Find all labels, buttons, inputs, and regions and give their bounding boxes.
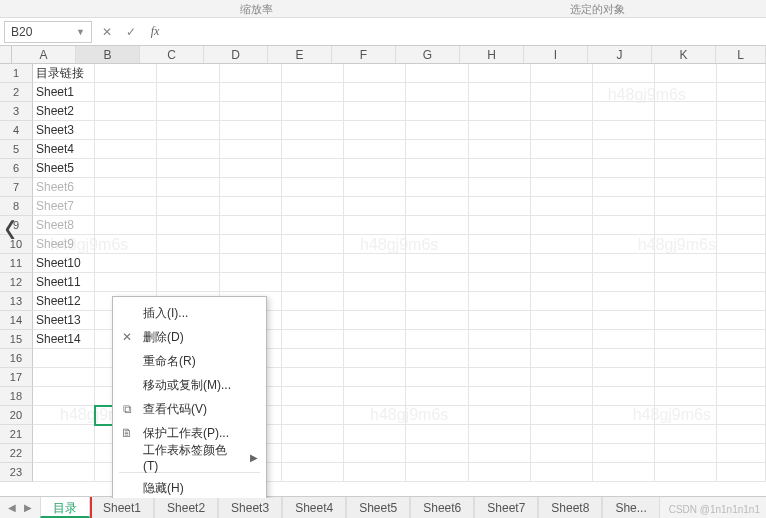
cell[interactable] [655,311,717,330]
sheet-tab[interactable]: Sheet3 [218,497,282,518]
cell[interactable] [469,178,531,197]
cell[interactable] [531,311,593,330]
cell[interactable] [95,235,157,254]
cell[interactable] [717,292,766,311]
row-header[interactable]: 18 [0,387,33,406]
cell[interactable] [655,254,717,273]
cell[interactable] [717,311,766,330]
cell[interactable] [344,387,406,406]
column-header[interactable]: K [652,46,716,63]
cell[interactable] [531,425,593,444]
cell[interactable]: Sheet14 [33,330,95,349]
cell[interactable] [593,273,655,292]
cell[interactable] [593,178,655,197]
cell[interactable] [593,444,655,463]
menu-move-copy[interactable]: 移动或复制(M)... [113,373,266,397]
cell[interactable] [655,273,717,292]
cell[interactable] [282,387,344,406]
cell[interactable] [282,311,344,330]
cell[interactable] [531,444,593,463]
cell[interactable] [717,444,766,463]
cell[interactable] [469,83,531,102]
column-header[interactable]: I [524,46,588,63]
cell[interactable] [469,235,531,254]
sheet-tab[interactable]: Sheet8 [538,497,602,518]
cell[interactable] [406,254,468,273]
cell[interactable] [593,463,655,482]
cell[interactable] [655,140,717,159]
cell[interactable] [531,330,593,349]
cell[interactable] [717,254,766,273]
cell[interactable] [593,330,655,349]
cell[interactable] [220,159,282,178]
row-header[interactable]: 17 [0,368,33,387]
cell[interactable] [717,349,766,368]
cell[interactable] [531,197,593,216]
cell[interactable] [531,64,593,83]
cell[interactable] [406,159,468,178]
cell[interactable] [344,83,406,102]
cell[interactable] [655,197,717,216]
cell[interactable]: Sheet2 [33,102,95,121]
cell[interactable] [220,216,282,235]
cell[interactable] [655,387,717,406]
cell[interactable]: Sheet13 [33,311,95,330]
cell[interactable] [344,463,406,482]
cell[interactable] [593,311,655,330]
cell[interactable] [469,406,531,425]
menu-rename[interactable]: 重命名(R) [113,349,266,373]
cell[interactable] [33,368,95,387]
cell[interactable] [531,140,593,159]
cell[interactable] [655,121,717,140]
cell[interactable] [344,121,406,140]
cell[interactable] [531,368,593,387]
cell[interactable] [655,444,717,463]
cell[interactable]: Sheet12 [33,292,95,311]
cell[interactable] [531,216,593,235]
cell[interactable] [406,102,468,121]
cell[interactable] [344,254,406,273]
cell[interactable] [157,254,219,273]
cell[interactable] [469,349,531,368]
cell[interactable] [95,64,157,83]
cell[interactable] [95,254,157,273]
cell[interactable] [531,178,593,197]
cell[interactable] [95,159,157,178]
cell[interactable] [406,178,468,197]
cell[interactable] [469,216,531,235]
cell[interactable] [220,140,282,159]
tab-nav-next[interactable]: ▶ [24,502,32,513]
cell[interactable] [344,197,406,216]
cell[interactable] [531,102,593,121]
cell[interactable] [655,368,717,387]
cell[interactable] [469,197,531,216]
cell[interactable] [531,273,593,292]
cell[interactable] [220,121,282,140]
cell[interactable] [406,463,468,482]
cell[interactable] [593,387,655,406]
cell[interactable]: Sheet5 [33,159,95,178]
cell[interactable] [593,368,655,387]
cell[interactable] [95,83,157,102]
cell[interactable] [406,121,468,140]
column-header[interactable]: J [588,46,652,63]
cell[interactable] [717,121,766,140]
cell[interactable] [406,349,468,368]
cell[interactable] [655,349,717,368]
cell[interactable] [593,406,655,425]
cell[interactable] [282,425,344,444]
cell[interactable] [406,330,468,349]
cell[interactable] [593,64,655,83]
sheet-tab[interactable]: She... [602,497,659,518]
sheet-tab[interactable]: Sheet6 [410,497,474,518]
cell[interactable] [531,406,593,425]
row-header[interactable]: 13 [0,292,33,311]
cell[interactable] [282,463,344,482]
cell[interactable] [717,406,766,425]
cell[interactable] [469,254,531,273]
name-box[interactable]: B20 ▼ [4,21,92,43]
cell[interactable] [344,349,406,368]
cell[interactable] [282,444,344,463]
cell[interactable] [344,368,406,387]
column-header[interactable]: B [76,46,140,63]
